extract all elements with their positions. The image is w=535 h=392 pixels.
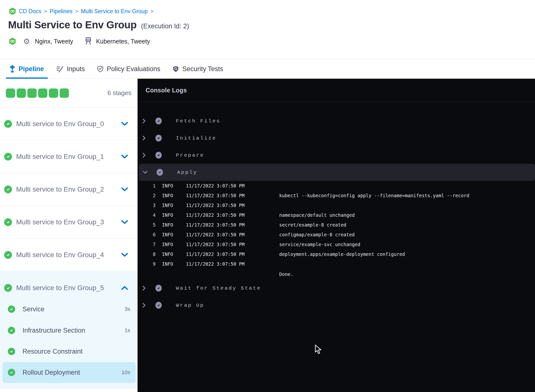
success-check-icon bbox=[8, 327, 15, 334]
chevron-right-icon[interactable] bbox=[142, 286, 146, 291]
success-check-icon bbox=[4, 251, 12, 259]
log-message: secret/example-8 created bbox=[279, 222, 346, 228]
console-step-initialize[interactable]: Initialize bbox=[138, 130, 535, 147]
stage-progress-square[interactable] bbox=[60, 88, 69, 98]
tab-pipeline[interactable]: Pipeline bbox=[9, 59, 44, 78]
log-timestamp: 11/17/2022 3:07:50 PM bbox=[186, 193, 245, 198]
title-row: Multi Service to Env Group (Execution Id… bbox=[8, 19, 189, 31]
stage-progress-square[interactable] bbox=[27, 88, 37, 98]
stage-row-1[interactable]: Multi service to Env Group_1 bbox=[0, 140, 138, 173]
log-level: INFO bbox=[162, 232, 173, 237]
log-line-number: 5 bbox=[142, 222, 156, 228]
log-line: 3 INFO 11/17/2022 3:07:50 PM bbox=[138, 200, 535, 210]
step-name: Resource Constraint bbox=[22, 348, 83, 355]
log-line: 6 INFO 11/17/2022 3:07:50 PM configmap/e… bbox=[138, 230, 535, 240]
step-name: Infrastructure Section bbox=[22, 327, 85, 334]
step-duration: 1s bbox=[125, 327, 130, 334]
breadcrumb: CD Docs > Pipelines > Multi Service to E… bbox=[9, 7, 153, 15]
step-success-icon bbox=[157, 169, 163, 176]
tab-label: Security Tests bbox=[182, 65, 223, 73]
step-success-icon bbox=[155, 118, 162, 124]
step-success-icon bbox=[155, 152, 162, 159]
chevron-down-icon[interactable] bbox=[121, 154, 128, 159]
link-hexagon-icon bbox=[9, 7, 16, 15]
log-line: 4 INFO 11/17/2022 3:07:50 PM namespace/d… bbox=[138, 210, 535, 220]
stage-progress-square[interactable] bbox=[38, 88, 47, 98]
step-name: Service bbox=[22, 305, 44, 313]
security-tests-icon bbox=[172, 66, 179, 72]
log-line: 7 INFO 11/17/2022 3:07:50 PM service/exa… bbox=[138, 240, 535, 249]
step-success-icon bbox=[155, 135, 162, 142]
log-level: INFO bbox=[162, 183, 173, 188]
pipeline-execution-page: CD Docs > Pipelines > Multi Service to E… bbox=[0, 0, 535, 392]
stage-row-5[interactable]: Multi service to Env Group_5 bbox=[0, 276, 138, 300]
tab-label: Policy Evaluations bbox=[107, 65, 160, 73]
log-message: namespace/default unchanged bbox=[279, 212, 355, 218]
stage-progress-square[interactable] bbox=[49, 88, 58, 98]
log-line-number: 9 bbox=[142, 261, 156, 267]
success-check-icon bbox=[4, 284, 12, 292]
log-line: 5 INFO 11/17/2022 3:07:50 PM secret/exam… bbox=[138, 220, 535, 230]
log-timestamp: 11/17/2022 3:07:50 PM bbox=[186, 183, 245, 188]
log-line-number: 2 bbox=[142, 193, 156, 198]
console-step-apply[interactable]: Apply bbox=[139, 164, 535, 181]
services-label: Nginx, Tweety bbox=[35, 38, 73, 45]
chevron-right-icon[interactable] bbox=[142, 153, 146, 158]
chevron-right-icon[interactable] bbox=[142, 119, 146, 124]
console-step-prepare[interactable]: Prepare bbox=[138, 147, 535, 164]
log-line-done: Done. bbox=[138, 269, 535, 280]
stage-name: Multi service to Env Group_3 bbox=[16, 218, 104, 226]
execution-id: (Execution Id: 2) bbox=[141, 22, 189, 30]
step-row-service[interactable]: Service 3s bbox=[0, 299, 138, 320]
console-step-wrap-up[interactable]: Wrap Up bbox=[138, 297, 535, 314]
log-message: Done. bbox=[279, 272, 293, 277]
console-step-label: Prepare bbox=[176, 152, 204, 158]
tab-inputs[interactable]: Inputs bbox=[56, 59, 85, 78]
stage-progress-square[interactable] bbox=[6, 88, 15, 98]
log-level: INFO bbox=[162, 203, 173, 208]
chevron-right-icon[interactable] bbox=[142, 136, 146, 141]
chevron-down-icon[interactable] bbox=[144, 170, 147, 175]
step-row-rollout-deployment[interactable]: Rollout Deployment 10s bbox=[2, 362, 136, 383]
step-row-resource-constraint[interactable]: Resource Constraint bbox=[0, 341, 138, 362]
stages-panel: 6 stages Multi service to Env Group_0 Mu… bbox=[0, 79, 138, 392]
stage-row-2[interactable]: Multi service to Env Group_2 bbox=[0, 173, 138, 206]
log-level: INFO bbox=[162, 212, 173, 218]
services-gear-icon: ⚙ bbox=[23, 38, 30, 45]
success-check-icon bbox=[4, 120, 12, 128]
breadcrumb-link-pipeline-name[interactable]: Multi Service to Env Group bbox=[81, 8, 148, 15]
tab-security-tests[interactable]: Security Tests bbox=[172, 59, 223, 78]
console-steps-list: Fetch Files Initialize Prepare Apply 1 bbox=[138, 102, 535, 314]
chevron-right-icon[interactable] bbox=[142, 303, 146, 308]
execution-meta-row: ⚙ Nginx, Tweety Kubernetes, Tweety bbox=[9, 36, 150, 46]
chevron-down-icon[interactable] bbox=[121, 220, 128, 224]
log-timestamp: 11/17/2022 3:07:50 PM bbox=[186, 242, 245, 247]
log-timestamp: 11/17/2022 3:07:50 PM bbox=[186, 251, 245, 257]
link-hexagon-icon bbox=[9, 37, 16, 45]
log-message: service/example-svc unchanged bbox=[279, 242, 360, 247]
stage-name: Multi service to Env Group_2 bbox=[16, 185, 104, 193]
chevron-up-icon[interactable] bbox=[121, 286, 128, 290]
console-step-wait-for-steady-state[interactable]: Wait for Steady State bbox=[138, 280, 535, 297]
stage-count-label: 6 stages bbox=[107, 79, 131, 107]
tab-policy-evaluations[interactable]: Policy Evaluations bbox=[97, 59, 160, 78]
breadcrumb-separator: > bbox=[75, 8, 78, 14]
stage-progress-square[interactable] bbox=[17, 88, 26, 98]
console-step-fetch-files[interactable]: Fetch Files bbox=[138, 112, 535, 130]
stage-row-4[interactable]: Multi service to Env Group_4 bbox=[0, 239, 138, 271]
chevron-down-icon[interactable] bbox=[121, 187, 128, 191]
log-line: 2 INFO 11/17/2022 3:07:50 PM kubectl --k… bbox=[138, 191, 535, 200]
stage-row-0[interactable]: Multi service to Env Group_0 bbox=[0, 108, 138, 140]
console-step-label: Wrap Up bbox=[176, 303, 204, 308]
log-timestamp: 11/17/2022 3:07:50 PM bbox=[186, 203, 245, 208]
environments-icon bbox=[85, 37, 92, 46]
chevron-down-icon[interactable] bbox=[121, 253, 128, 257]
step-row-infrastructure-section[interactable]: Infrastructure Section 1s bbox=[0, 320, 138, 341]
breadcrumb-link-cd-docs[interactable]: CD Docs bbox=[19, 8, 41, 15]
chevron-down-icon[interactable] bbox=[121, 122, 128, 126]
log-line-number: 4 bbox=[142, 212, 156, 218]
breadcrumb-link-pipelines[interactable]: Pipelines bbox=[50, 8, 72, 15]
stages-progress-header: 6 stages bbox=[0, 79, 138, 108]
log-line: 8 INFO 11/17/2022 3:07:50 PM deployment.… bbox=[138, 249, 535, 259]
stage-row-3[interactable]: Multi service to Env Group_3 bbox=[0, 206, 138, 239]
